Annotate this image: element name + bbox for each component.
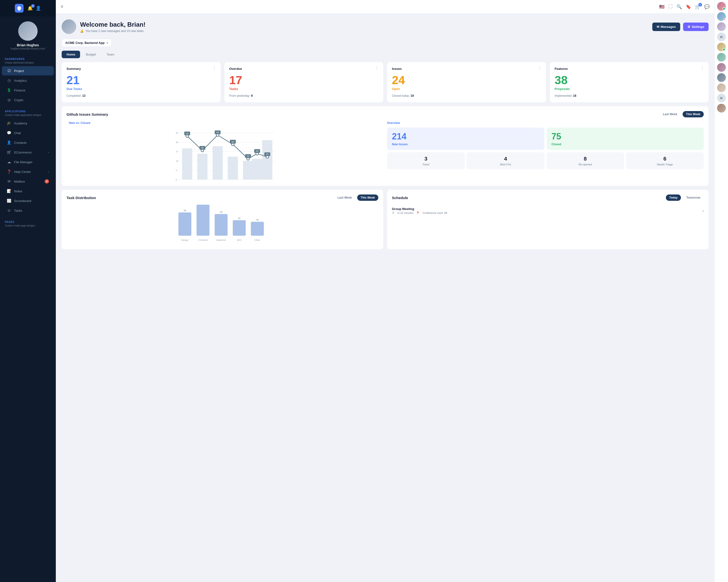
welcome-greeting: Welcome back, Brian! <box>80 21 146 28</box>
sidebar-item-project[interactable]: ☑ Project <box>2 66 54 76</box>
schedule-time: in 32 minutes <box>397 212 413 215</box>
sidebar-item-label-ecommerce: ECommerce <box>14 150 31 154</box>
right-avatar-7[interactable] <box>717 73 726 82</box>
overview-bottom: 3 Fixed 4 Won't Fix 8 Re-opened 6 <box>387 152 704 169</box>
tab-budget[interactable]: Budget <box>81 51 101 58</box>
sidebar-item-crypto[interactable]: ◎ Crypto <box>2 95 54 105</box>
overdue-menu[interactable]: ⋮ <box>375 66 379 71</box>
svg-text:18: 18 <box>176 160 179 162</box>
settings-button[interactable]: ⚙ Settings <box>683 23 709 31</box>
new-issues-label: New Issues <box>392 143 540 146</box>
stat-cards: Summary ⋮ 21 Due Tasks Completed: 13 Ove… <box>62 62 709 102</box>
sidebar-item-chat[interactable]: 💬 Chat <box>2 128 54 138</box>
schedule-tomorrow-btn[interactable]: Tomorrow <box>683 194 704 201</box>
sidebar-item-academy[interactable]: 🎓 Academy <box>2 118 54 128</box>
settings-gear-icon: ⚙ <box>687 25 691 29</box>
right-avatar-8[interactable] <box>717 83 726 92</box>
svg-text:20: 20 <box>238 217 240 219</box>
issues-chart-svg: 0 9 18 27 36 45 <box>69 128 381 181</box>
right-avatar-3[interactable] <box>717 22 726 31</box>
app-logo[interactable] <box>15 4 24 12</box>
crypto-icon: ◎ <box>7 98 11 102</box>
issues-menu[interactable]: ⋮ <box>538 66 542 71</box>
schedule-actions: Today Tomorrow <box>666 194 704 201</box>
features-footer: Implemented: 16 <box>555 94 704 98</box>
svg-text:28: 28 <box>220 211 223 213</box>
overview-area: Overview 214 New Issues 75 Closed <box>387 121 704 181</box>
scrumboard-icon: ⬜ <box>7 199 11 203</box>
bookmark-icon[interactable]: 🔖 <box>686 4 691 9</box>
task-this-week-btn[interactable]: This Week <box>357 194 378 201</box>
notification-icon[interactable]: 🔔 3 <box>27 6 33 11</box>
svg-text:Frontend: Frontend <box>198 239 207 241</box>
summary-menu[interactable]: ⋮ <box>212 66 217 71</box>
sidebar-item-label-scrumboard: Scrumboard <box>14 199 31 203</box>
sidebar-item-finance[interactable]: 💲 Finance <box>2 86 54 95</box>
right-avatar-initial-m2[interactable]: M <box>717 93 726 102</box>
fullscreen-icon[interactable]: ⛶ <box>668 4 673 9</box>
menu-toggle-icon[interactable]: ≡ <box>61 4 63 9</box>
sidebar-item-contacts[interactable]: 👤 Contacts <box>2 138 54 147</box>
github-this-week-btn[interactable]: This Week <box>683 111 704 117</box>
sidebar-item-tasks[interactable]: ⊙ Tasks <box>2 206 54 215</box>
task-last-week-btn[interactable]: Last Week <box>334 194 355 201</box>
cart-badge: 5 <box>698 3 702 6</box>
overdue-label: Tasks <box>229 87 379 91</box>
github-last-week-btn[interactable]: Last Week <box>659 111 681 117</box>
features-menu[interactable]: ⋮ <box>700 66 705 71</box>
right-avatar-2[interactable] <box>717 12 726 21</box>
schedule-item-text: Group Meeting ⏱ in 32 minutes 📍 Conferen… <box>392 207 447 215</box>
cart-icon[interactable]: 🛒 5 <box>695 4 700 9</box>
content-area: Welcome back, Brian! 🔔 You have 2 new me… <box>56 13 714 582</box>
features-number: 38 <box>555 75 704 86</box>
user-icon[interactable]: 👤 <box>36 6 41 11</box>
overdue-number: 17 <box>229 75 379 86</box>
github-issues-panel: Github Issues Summary Last Week This Wee… <box>62 106 709 186</box>
schedule-item-arrow[interactable]: › <box>703 209 704 213</box>
tab-team[interactable]: Team <box>102 51 119 58</box>
sidebar-item-scrumboard[interactable]: ⬜ Scrumboard <box>2 196 54 205</box>
svg-text:34: 34 <box>232 140 234 143</box>
search-icon[interactable]: 🔍 <box>677 4 682 9</box>
flag-icon[interactable]: 🇺🇸 <box>659 4 665 9</box>
sidebar-item-helpcenter[interactable]: ❓ Help Center › <box>2 167 54 176</box>
wontfix-num: 4 <box>469 156 542 162</box>
sidebar-item-ecommerce[interactable]: 🛒 ECommerce › <box>2 148 54 157</box>
right-avatar-6[interactable] <box>717 63 726 72</box>
tab-home[interactable]: Home <box>62 51 80 58</box>
project-selector[interactable]: ACME Corp. Backend App ▾ <box>62 39 112 47</box>
bottom-panels: Task Distribution Last Week This Week 30… <box>62 190 709 253</box>
sidebar-item-label-notes: Notes <box>14 189 22 193</box>
schedule-panel: Schedule Today Tomorrow Group Meeting ⏱ … <box>387 190 709 249</box>
new-issues-card: 214 New Issues <box>387 128 544 150</box>
applications-section-sub: Custom made application designs <box>0 114 56 118</box>
wontfix-label: Won't Fix <box>469 163 542 166</box>
right-avatar-1[interactable] <box>717 2 726 11</box>
schedule-today-btn[interactable]: Today <box>666 194 681 201</box>
sidebar-item-notes[interactable]: 📝 Notes <box>2 187 54 196</box>
svg-rect-50 <box>197 205 209 236</box>
reopened-label: Re-opened <box>549 163 622 166</box>
right-avatar-9[interactable] <box>717 104 726 113</box>
svg-rect-14 <box>213 146 223 180</box>
messages-button[interactable]: ✉ Messages <box>652 23 680 31</box>
sidebar-item-analytics[interactable]: ◷ Analytics <box>2 76 54 85</box>
filemanager-icon: ☁ <box>7 160 11 164</box>
sidebar-user-email: hughes.brian@company.com <box>0 47 56 50</box>
fixed-label: Fixed <box>389 163 462 166</box>
welcome-actions: ✉ Messages ⚙ Settings <box>652 23 709 31</box>
mailbox-badge: 27 <box>45 179 49 184</box>
dashboards-section-sub: Unique dashboard designs <box>0 61 56 66</box>
sidebar-item-label-crypto: Crypto <box>14 98 23 102</box>
stat-card-issues: Issues ⋮ 24 Open Closed today: 19 <box>387 62 546 102</box>
sidebar-item-mailbox[interactable]: ✉ Mailbox 27 <box>2 177 54 186</box>
sidebar-item-label-tasks: Tasks <box>14 209 22 213</box>
topbar-chat-icon[interactable]: 💬 <box>704 4 709 9</box>
right-avatar-initial-m1[interactable]: M <box>717 32 726 41</box>
welcome-subtitle: 🔔 You have 2 new messages and 15 new tas… <box>80 29 146 33</box>
svg-rect-59 <box>251 222 264 236</box>
right-avatar-4[interactable] <box>717 43 726 51</box>
sidebar-item-filemanager[interactable]: ☁ File Manager <box>2 157 54 167</box>
right-avatar-5[interactable] <box>717 53 726 62</box>
sidebar-item-label-chat: Chat <box>14 131 21 135</box>
